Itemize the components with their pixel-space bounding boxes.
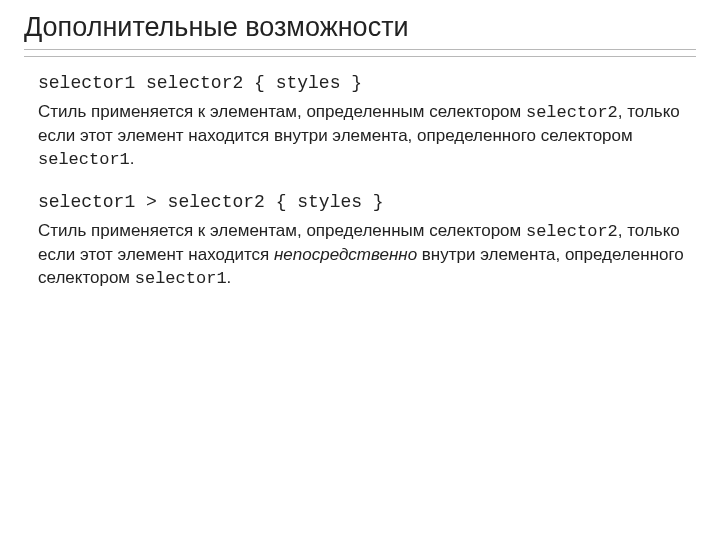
text-suffix: . (227, 268, 232, 287)
text-suffix: . (130, 149, 135, 168)
paragraph-2: Стиль применяется к элементам, определен… (38, 220, 690, 291)
inline-code-selector2: selector2 (526, 103, 618, 122)
code-line-2: selector1 > selector2 { styles } (38, 190, 690, 214)
text-prefix: Стиль применяется к элементам, определен… (38, 221, 526, 240)
inline-code-selector1: selector1 (38, 150, 130, 169)
paragraph-1: Стиль применяется к элементам, определен… (38, 101, 690, 172)
code-line-1: selector1 selector2 { styles } (38, 71, 690, 95)
inline-code-selector1: selector1 (135, 269, 227, 288)
page-title: Дополнительные возможности (24, 12, 696, 50)
content-area: selector1 selector2 { styles } Стиль при… (24, 71, 696, 291)
text-prefix: Стиль применяется к элементам, определен… (38, 102, 526, 121)
title-underline (24, 56, 696, 57)
italic-word: непосредственно (274, 245, 417, 264)
slide: Дополнительные возможности selector1 sel… (0, 0, 720, 540)
inline-code-selector2: selector2 (526, 222, 618, 241)
